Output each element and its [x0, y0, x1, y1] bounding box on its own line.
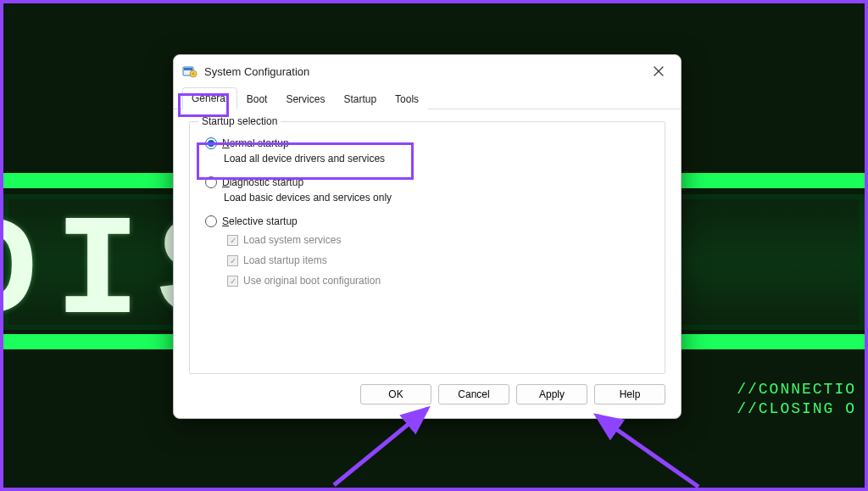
- tab-tools[interactable]: Tools: [386, 88, 428, 109]
- check-load-startup-items[interactable]: Load startup items: [227, 254, 653, 266]
- check-label: Load startup items: [243, 254, 327, 266]
- option-normal-startup: Normal startup Load all device drivers a…: [205, 137, 653, 165]
- svg-line-4: [597, 416, 698, 487]
- check-label: Load system services: [243, 234, 341, 246]
- titlebar[interactable]: System Configuration: [174, 55, 681, 87]
- radio-diagnostic-startup[interactable]: Diagnostic startup: [205, 176, 653, 188]
- check-load-system-services[interactable]: Load system services: [227, 234, 653, 246]
- radio-normal-startup[interactable]: Normal startup: [205, 137, 653, 149]
- checkbox-icon: [227, 235, 238, 246]
- option-desc: Load all device drivers and services: [224, 153, 653, 165]
- svg-rect-1: [184, 68, 192, 70]
- tab-startup[interactable]: Startup: [334, 88, 386, 109]
- selective-sub-options: Load system services Load startup items …: [227, 234, 653, 287]
- tab-services[interactable]: Services: [276, 88, 334, 109]
- checkbox-icon: [227, 255, 238, 266]
- startup-selection-group: Startup selection Normal startup Load al…: [189, 121, 665, 374]
- radio-label: Normal startup: [222, 137, 289, 149]
- apply-button[interactable]: Apply: [516, 384, 587, 405]
- radio-icon: [205, 215, 217, 227]
- checkbox-icon: [227, 276, 238, 287]
- radio-icon: [205, 176, 217, 188]
- radio-label: Selective startup: [222, 215, 298, 227]
- svg-line-3: [334, 409, 427, 485]
- tab-strip: General Boot Services Startup Tools: [174, 87, 681, 109]
- help-button[interactable]: Help: [594, 384, 665, 405]
- option-selective-startup: Selective startup Load system services L…: [205, 215, 653, 287]
- close-button[interactable]: [647, 59, 670, 83]
- arrow-to-ok: [368, 409, 453, 491]
- system-configuration-dialog: System Configuration General Boot Servic…: [173, 54, 682, 419]
- dialog-button-row: OK Cancel Apply Help: [174, 374, 681, 418]
- arrow-to-apply: [597, 419, 707, 491]
- ok-button[interactable]: OK: [360, 384, 431, 405]
- cancel-button[interactable]: Cancel: [438, 384, 509, 405]
- radio-selective-startup[interactable]: Selective startup: [205, 215, 653, 227]
- radio-label: Diagnostic startup: [222, 176, 303, 188]
- dialog-title: System Configuration: [204, 65, 309, 78]
- option-desc: Load basic devices and services only: [224, 192, 653, 204]
- close-icon: [654, 66, 664, 76]
- screenshot-viewport: DIS TED //CONNECTIO //CLOSING O System C…: [0, 0, 868, 491]
- bg-status-line1: //CONNECTIO: [737, 381, 856, 398]
- option-diagnostic-startup: Diagnostic startup Load basic devices an…: [205, 176, 653, 204]
- msconfig-icon: [182, 64, 198, 78]
- tab-general[interactable]: General: [182, 87, 237, 109]
- tab-boot[interactable]: Boot: [237, 88, 277, 109]
- check-use-original-boot[interactable]: Use original boot configuration: [227, 275, 653, 287]
- check-label: Use original boot configuration: [243, 275, 381, 287]
- group-legend: Startup selection: [198, 115, 281, 127]
- radio-icon: [205, 137, 217, 149]
- bg-status-line2: //CLOSING O: [737, 400, 856, 417]
